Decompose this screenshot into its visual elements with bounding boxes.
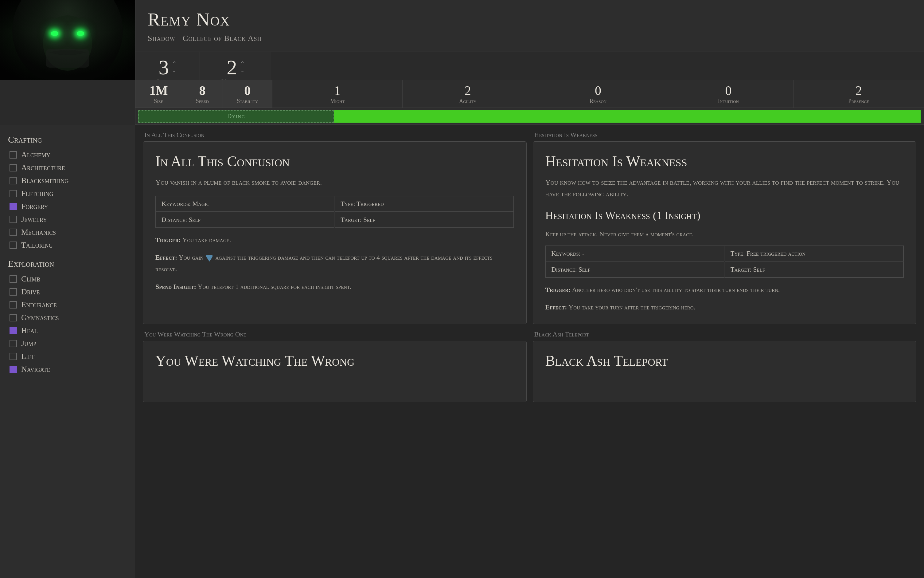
card-2-tag-distance: Distance: Self bbox=[546, 262, 724, 278]
victories-value: 2 bbox=[227, 57, 237, 78]
skills-sidebar: Crafting Alchemy Architecture Blacksmith… bbox=[0, 125, 135, 578]
agility-value: 2 bbox=[464, 83, 471, 98]
skill-alchemy-label: Alchemy bbox=[21, 150, 50, 159]
skill-alchemy-check[interactable] bbox=[10, 151, 17, 159]
insight-down-arrow[interactable]: ⌄ bbox=[172, 67, 176, 74]
insight-value: 3 bbox=[159, 57, 169, 78]
skill-lift-label: Lift bbox=[21, 352, 34, 361]
card-1-trigger: Trigger: You take damage. bbox=[155, 234, 514, 245]
card-1-tag-type: Type: Triggered bbox=[335, 196, 513, 212]
agility-stat: 2 Agility bbox=[403, 80, 533, 107]
skill-blacksmithing-check[interactable] bbox=[10, 177, 17, 184]
card-2-tags: Keywords: - Type: Free triggered action … bbox=[545, 245, 904, 278]
insight-arrows[interactable]: ⌃ ⌄ bbox=[172, 60, 176, 74]
skill-mechanics: Mechanics bbox=[8, 228, 127, 237]
skill-jump-check[interactable] bbox=[10, 340, 17, 347]
skill-gymnastics-label: Gymnastics bbox=[21, 313, 59, 322]
victories-down-arrow[interactable]: ⌄ bbox=[240, 67, 245, 74]
skill-jewelry-label: Jewelry bbox=[21, 215, 47, 224]
card-label-4: Black Ash Teleport bbox=[533, 330, 917, 338]
skill-endurance-label: Endurance bbox=[21, 300, 57, 309]
skill-navigate-check[interactable] bbox=[10, 366, 17, 373]
card-2-title: Hesitation Is Weakness bbox=[545, 153, 904, 170]
skill-jewelry-check[interactable] bbox=[10, 216, 17, 223]
app-layout: Remy Nox Shadow - College of Black Ash 3… bbox=[0, 0, 924, 578]
card-1-tag-target: Target: Self bbox=[335, 212, 513, 228]
card-1-tag-keywords: Keywords: Magic bbox=[156, 196, 334, 212]
presence-label: Presence bbox=[848, 98, 869, 104]
crafting-heading: Crafting bbox=[8, 134, 127, 145]
skill-forgery-label: Forgery bbox=[21, 202, 48, 211]
skill-heal-check[interactable] bbox=[10, 327, 17, 334]
size-label: Size bbox=[154, 98, 163, 104]
intuition-stat: 0 Intuition bbox=[663, 80, 793, 107]
skill-lift-check[interactable] bbox=[10, 353, 17, 360]
skill-navigate: Navigate bbox=[8, 365, 127, 374]
skill-drive-check[interactable] bbox=[10, 288, 17, 295]
right-eye bbox=[77, 31, 84, 36]
skill-fletching-check[interactable] bbox=[10, 190, 17, 197]
skill-heal-label: Heal bbox=[21, 326, 38, 335]
cards-labels-row-2: You Were Watching The Wrong One Black As… bbox=[143, 330, 916, 338]
skill-gymnastics-check[interactable] bbox=[10, 314, 17, 321]
card-2-sub-description: Keep up the attack. Never give them a mo… bbox=[545, 229, 904, 239]
speed-value: 8 bbox=[199, 83, 206, 98]
ability-card-hesitation-is-weakness: Hesitation Is Weakness You know how to s… bbox=[533, 141, 917, 324]
cards-labels-row-1: In All This Confusion Hesitation Is Weak… bbox=[143, 131, 916, 139]
cards-area: In All This Confusion Hesitation Is Weak… bbox=[135, 125, 924, 578]
skill-climb-label: Climb bbox=[21, 274, 40, 284]
skill-architecture: Architecture bbox=[8, 163, 127, 172]
portrait-svg bbox=[0, 0, 135, 80]
health-bar-row: Dying bbox=[135, 108, 924, 125]
ability-card-you-were-watching: You Were Watching The Wrong bbox=[143, 341, 527, 402]
skill-fletching: Fletching bbox=[8, 189, 127, 198]
skill-forgery: Forgery bbox=[8, 202, 127, 211]
stability-value: 0 bbox=[244, 83, 251, 98]
card-2-tag-type: Type: Free triggered action bbox=[725, 246, 903, 261]
card-2-trigger: Trigger: Another hero who didn't use thi… bbox=[545, 284, 904, 295]
stats-row: 1M Size 8 Speed 0 Stability 1 Might 2 Ag… bbox=[135, 80, 924, 108]
reason-label: Reason bbox=[590, 98, 607, 104]
card-label-2: Hesitation Is Weakness bbox=[533, 131, 917, 139]
might-stat: 1 Might bbox=[272, 80, 403, 107]
reason-stat: 0 Reason bbox=[533, 80, 663, 107]
dying-segment: Dying bbox=[139, 110, 334, 123]
agility-label: Agility bbox=[459, 98, 476, 104]
insight-up-arrow[interactable]: ⌃ bbox=[172, 60, 176, 67]
portrait-eyes bbox=[51, 31, 84, 36]
card-2-description: You know how to seize the advantage in b… bbox=[545, 176, 904, 200]
health-bar: Dying bbox=[138, 110, 921, 123]
skill-gymnastics: Gymnastics bbox=[8, 313, 127, 322]
name-class-panel: Remy Nox Shadow - College of Black Ash bbox=[135, 0, 924, 52]
cards-row-1: In All This Confusion You vanish in a pl… bbox=[143, 141, 916, 324]
speed-stat: 8 Speed bbox=[182, 80, 223, 107]
card-3-title: You Were Watching The Wrong bbox=[155, 352, 514, 370]
dying-label: Dying bbox=[227, 113, 245, 120]
victories-arrows[interactable]: ⌃ ⌄ bbox=[240, 60, 245, 74]
skill-heal: Heal bbox=[8, 326, 127, 335]
skill-mechanics-check[interactable] bbox=[10, 229, 17, 236]
card-2-tag-target: Target: Self bbox=[725, 262, 903, 278]
skill-blacksmithing-label: Blacksmithing bbox=[21, 176, 68, 185]
card-1-effect: Effect: You gain against the triggering … bbox=[155, 252, 514, 275]
intuition-value: 0 bbox=[725, 83, 731, 98]
skill-mechanics-label: Mechanics bbox=[21, 228, 56, 237]
stability-stat: 0 Stability bbox=[223, 80, 272, 107]
left-eye bbox=[51, 31, 58, 36]
skill-endurance-check[interactable] bbox=[10, 301, 17, 308]
presence-value: 2 bbox=[856, 83, 862, 98]
skill-tailoring-label: Tailoring bbox=[21, 240, 53, 250]
victories-up-arrow[interactable]: ⌃ bbox=[240, 60, 245, 67]
bottom-section: Crafting Alchemy Architecture Blacksmith… bbox=[0, 125, 924, 578]
ability-card-in-all-this-confusion: In All This Confusion You vanish in a pl… bbox=[143, 141, 527, 324]
intuition-label: Intuition bbox=[718, 98, 739, 104]
skill-architecture-check[interactable] bbox=[10, 164, 17, 172]
health-fill bbox=[334, 110, 921, 123]
card-label-3: You Were Watching The Wrong One bbox=[143, 330, 527, 338]
skill-forgery-check[interactable] bbox=[10, 203, 17, 210]
skill-climb-check[interactable] bbox=[10, 275, 17, 283]
card-1-spend: Spend Insight: You teleport 1 additional… bbox=[155, 281, 514, 292]
skill-drive-label: Drive bbox=[21, 287, 40, 297]
skill-tailoring-check[interactable] bbox=[10, 242, 17, 249]
attributes-panel: 1 Might 2 Agility 0 Reason 0 Intuition 2… bbox=[272, 80, 924, 108]
